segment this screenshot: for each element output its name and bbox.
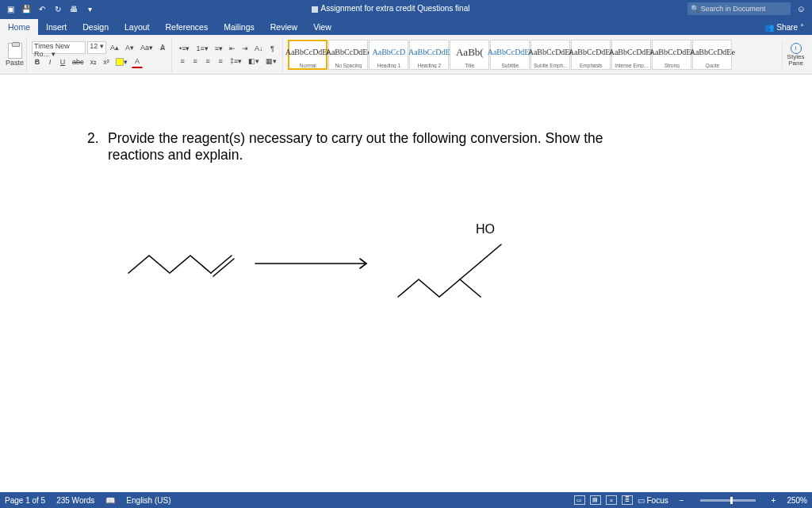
svg-line-2	[213, 259, 234, 276]
tab-layout[interactable]: Layout	[117, 19, 158, 35]
sort-button[interactable]: A↓	[252, 42, 266, 55]
italic-button[interactable]: I	[44, 56, 56, 68]
clear-format-button[interactable]: A̷	[157, 41, 168, 54]
bold-button[interactable]: B	[32, 56, 43, 68]
save-icon[interactable]: 💾	[21, 3, 32, 14]
zoom-level[interactable]: 250%	[787, 496, 807, 505]
zoom-slider[interactable]	[700, 499, 756, 502]
clipboard-icon	[8, 43, 22, 59]
document-canvas[interactable]: + 2.Provide the reagent(s) necessary to …	[0, 75, 812, 492]
tab-view[interactable]: View	[305, 19, 339, 35]
zoom-out-button[interactable]: −	[680, 496, 684, 505]
layout-icon[interactable]: ▣	[5, 3, 16, 14]
font-name-select[interactable]: Times New Ro... ▾	[32, 41, 86, 54]
font-color-button[interactable]: A	[132, 56, 143, 68]
highlight-button[interactable]: ▾	[113, 56, 130, 68]
align-right-button[interactable]: ≡	[202, 55, 213, 67]
tab-home[interactable]: Home	[0, 19, 38, 35]
style-quote[interactable]: AaBbCcDdEeQuote	[692, 40, 732, 70]
qat-more-icon[interactable]: ▾	[84, 3, 95, 14]
line-spacing-button[interactable]: ‡≡▾	[228, 55, 244, 67]
tab-mailings[interactable]: Mailings	[216, 19, 262, 35]
page-indicator[interactable]: Page 1 of 5	[5, 496, 45, 505]
grow-font-button[interactable]: A▴	[108, 41, 121, 54]
tab-references[interactable]: References	[158, 19, 216, 35]
share-button[interactable]: 👥 Share ˄	[756, 20, 812, 35]
decrease-indent-button[interactable]: ⇤	[227, 42, 238, 55]
svg-line-4	[460, 279, 481, 297]
style-intense-emp-[interactable]: AaBbCcDdEeIntense Emp...	[611, 40, 651, 70]
word-count[interactable]: 235 Words	[56, 496, 94, 505]
align-left-button[interactable]: ≡	[177, 55, 188, 67]
paste-button[interactable]: Paste	[3, 37, 27, 72]
redo-icon[interactable]: ↻	[52, 3, 63, 14]
print-icon[interactable]: 🖶	[68, 3, 79, 14]
show-marks-button[interactable]: ¶	[267, 42, 278, 55]
style-emphasis[interactable]: AaBbCcDdEeEmphasis	[571, 40, 611, 70]
bullets-button[interactable]: •≡▾	[177, 42, 192, 55]
styles-pane-icon: i	[791, 43, 802, 54]
underline-button[interactable]: U	[57, 56, 68, 68]
svg-line-6	[481, 244, 501, 262]
svg-line-5	[460, 262, 481, 279]
style-normal[interactable]: AaBbCcDdEeNormal	[288, 40, 327, 70]
undo-icon[interactable]: ↶	[36, 3, 48, 14]
multilevel-button[interactable]: ≡▾	[213, 42, 225, 55]
style-subtle-emph-[interactable]: AaBbCcDdEeSubtle Emph...	[530, 40, 570, 70]
style-strong[interactable]: AaBbCcDdEeStrong	[652, 40, 691, 70]
tab-review[interactable]: Review	[262, 19, 305, 35]
style-heading-1[interactable]: AaBbCcDHeading 1	[369, 40, 408, 70]
change-case-button[interactable]: Aa▾	[138, 41, 155, 54]
styles-pane-button[interactable]: i Styles Pane	[782, 41, 809, 68]
justify-button[interactable]: ≡	[215, 55, 226, 67]
feedback-icon[interactable]: ☺	[797, 4, 806, 13]
print-layout-icon[interactable]: ▤	[590, 495, 601, 505]
read-mode-icon[interactable]: ▭	[574, 495, 585, 505]
subscript-button[interactable]: x₂	[88, 56, 100, 68]
search-input[interactable]: 🔍 Search in Document	[688, 2, 791, 15]
svg-rect-0	[312, 6, 318, 13]
spell-check-icon[interactable]: 📖	[105, 496, 115, 505]
focus-mode[interactable]: ▭ Focus	[638, 496, 668, 505]
font-size-select[interactable]: 12 ▾	[87, 41, 106, 54]
superscript-button[interactable]: x²	[101, 56, 112, 68]
numbering-button[interactable]: 1≡▾	[193, 42, 210, 55]
question-text: 2.Provide the reagent(s) necessary to ca…	[87, 130, 698, 164]
outline-icon[interactable]: ≣	[622, 495, 633, 505]
align-center-button[interactable]: ≡	[190, 55, 201, 67]
style-no-spacing[interactable]: AaBbCcDdEeNo Spacing	[328, 40, 368, 70]
strike-button[interactable]: abc	[70, 56, 86, 68]
svg-line-1	[211, 256, 232, 273]
increase-indent-button[interactable]: ⇥	[239, 42, 251, 55]
label-ho: HO	[476, 222, 495, 236]
shrink-font-button[interactable]: A▾	[123, 41, 136, 54]
style-heading-2[interactable]: AaBbCcDdEHeading 2	[409, 40, 449, 70]
web-layout-icon[interactable]: ≡	[606, 495, 617, 505]
style-title[interactable]: AaBb(Title	[450, 40, 489, 70]
shading-button[interactable]: ◧▾	[246, 55, 262, 67]
zoom-in-button[interactable]: +	[772, 496, 776, 505]
chemistry-diagram: HO	[87, 190, 698, 318]
language-indicator[interactable]: English (US)	[126, 496, 170, 505]
document-title: Assignment for extra credit Questions fi…	[100, 4, 681, 13]
tab-design[interactable]: Design	[75, 19, 117, 35]
style-subtitle[interactable]: AaBbCcDdEeSubtitle	[490, 40, 530, 70]
tab-insert[interactable]: Insert	[38, 19, 75, 35]
search-icon: 🔍	[691, 5, 699, 13]
borders-button[interactable]: ▦▾	[263, 55, 279, 67]
